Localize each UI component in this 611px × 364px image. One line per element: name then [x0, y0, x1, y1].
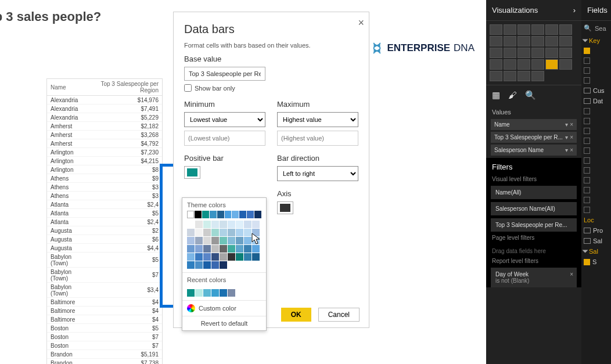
viz-type-icon[interactable] [545, 48, 558, 58]
color-swatch[interactable] [220, 229, 227, 236]
maximum-input[interactable] [277, 131, 358, 146]
table-row[interactable]: Boston$7 [47, 333, 162, 341]
viz-type-icon[interactable] [531, 36, 544, 46]
color-swatch[interactable] [187, 261, 195, 269]
table-row[interactable]: Boston$7 [47, 341, 162, 350]
field-item[interactable]: Pro [581, 225, 611, 236]
color-swatch[interactable] [202, 211, 209, 218]
checkbox-icon[interactable] [584, 77, 590, 84]
checkbox-icon[interactable] [584, 147, 590, 154]
format-tab-icon[interactable]: 🖌 [508, 90, 517, 100]
table-row[interactable]: Augusta$6 [47, 235, 162, 244]
viz-type-icon[interactable] [531, 71, 544, 81]
viz-type-icon[interactable] [517, 59, 530, 70]
color-swatch[interactable] [225, 211, 232, 218]
field-item[interactable] [581, 205, 611, 215]
color-swatch[interactable] [211, 245, 219, 253]
table-row[interactable]: Brandon$7,738 [47, 359, 162, 365]
color-swatch[interactable] [195, 261, 203, 269]
filter-name[interactable]: Name(All) [491, 186, 577, 199]
field-item[interactable] [581, 126, 611, 136]
viz-type-icon[interactable] [545, 24, 558, 35]
viz-type-icon[interactable] [490, 48, 502, 58]
color-swatch[interactable] [228, 289, 235, 297]
color-swatch[interactable] [203, 221, 211, 228]
viz-type-icon[interactable] [559, 36, 572, 46]
table-row[interactable]: Boston$5 [47, 324, 162, 333]
bar-direction-select[interactable]: Left to right [277, 166, 358, 181]
color-swatch[interactable] [220, 289, 227, 297]
checkbox-icon[interactable] [584, 259, 590, 265]
viz-type-icon[interactable] [559, 48, 572, 58]
fields-search[interactable]: 🔍 Sea [581, 21, 611, 35]
table-row[interactable]: Baltimore$4 [47, 307, 162, 315]
color-swatch[interactable] [211, 261, 219, 269]
color-swatch[interactable] [187, 229, 195, 236]
color-swatch[interactable] [247, 211, 254, 218]
viz-type-icon[interactable] [490, 24, 502, 35]
color-swatch[interactable] [195, 211, 202, 218]
color-swatch[interactable] [228, 221, 235, 228]
positive-bar-color-button[interactable] [184, 166, 200, 179]
visualizations-header[interactable]: Visualizations › [486, 0, 581, 21]
field-item[interactable]: Key [581, 35, 611, 46]
color-swatch[interactable] [239, 211, 246, 218]
field-item[interactable]: Loc [581, 215, 611, 225]
viz-type-icon[interactable] [545, 36, 558, 46]
color-swatch[interactable] [187, 245, 195, 253]
ok-button[interactable]: OK [281, 308, 311, 322]
checkbox-icon[interactable] [584, 207, 590, 213]
viz-type-icon[interactable] [559, 59, 572, 70]
checkbox-icon[interactable] [584, 108, 590, 114]
close-icon[interactable]: × [570, 271, 573, 277]
viz-type-icon[interactable] [517, 36, 530, 46]
show-bar-only-checkbox[interactable] [184, 84, 192, 92]
field-item[interactable] [581, 146, 611, 156]
field-item[interactable] [581, 185, 611, 195]
table-row[interactable]: Augusta$2 [47, 226, 162, 235]
color-swatch[interactable] [232, 211, 239, 218]
color-swatch[interactable] [187, 289, 195, 297]
viz-type-icon[interactable] [490, 36, 502, 46]
checkbox-icon[interactable] [584, 167, 590, 174]
color-swatch[interactable] [220, 261, 227, 269]
color-swatch[interactable] [187, 221, 195, 228]
color-swatch[interactable] [236, 221, 243, 228]
viz-type-icon[interactable] [531, 24, 544, 35]
color-swatch[interactable] [220, 221, 227, 228]
checkbox-icon[interactable] [584, 67, 590, 74]
viz-type-icon[interactable] [504, 59, 516, 70]
table-row[interactable]: Atlanta$5 [47, 209, 162, 218]
checkbox-icon[interactable] [584, 138, 590, 144]
color-swatch[interactable] [244, 221, 251, 228]
cancel-button[interactable]: Cancel [318, 308, 360, 322]
viz-type-icon[interactable] [559, 24, 572, 35]
table-row[interactable]: Alexandria$7,491 [47, 104, 162, 113]
field-item[interactable] [581, 106, 611, 116]
table-row[interactable]: Babylon (Town)$5 [47, 253, 162, 268]
field-pill-top3[interactable]: Top 3 Salespeople per R...▾ × [491, 132, 577, 143]
axis-color-button[interactable] [277, 201, 293, 214]
viz-type-icon[interactable] [517, 48, 530, 58]
field-pill-name[interactable]: Name▾ × [491, 119, 577, 130]
color-swatch[interactable] [187, 211, 194, 218]
table-row[interactable]: Athens$9 [47, 174, 162, 183]
field-item[interactable]: Dat [581, 96, 611, 106]
analytics-tab-icon[interactable]: 🔍 [525, 90, 536, 100]
viz-type-icon[interactable] [517, 71, 530, 81]
viz-type-icon[interactable] [504, 71, 516, 81]
filter-top3[interactable]: Top 3 Salespeople per Re... [491, 218, 577, 232]
filter-day-of-week[interactable]: Day of Week is not (Blank) × [491, 268, 577, 287]
color-swatch[interactable] [236, 245, 243, 253]
field-item[interactable] [581, 75, 611, 85]
viz-type-icon[interactable] [504, 36, 516, 46]
close-icon[interactable]: × [358, 17, 364, 29]
color-swatch[interactable] [252, 221, 260, 228]
revert-default-item[interactable]: Revert to default [182, 316, 266, 330]
color-swatch[interactable] [203, 261, 211, 269]
checkbox-icon[interactable] [584, 197, 590, 203]
table-row[interactable]: Baltimore$4 [47, 315, 162, 324]
table-row[interactable]: Alexandria$5,229 [47, 113, 162, 122]
color-swatch[interactable] [211, 289, 219, 297]
color-swatch[interactable] [228, 229, 235, 236]
